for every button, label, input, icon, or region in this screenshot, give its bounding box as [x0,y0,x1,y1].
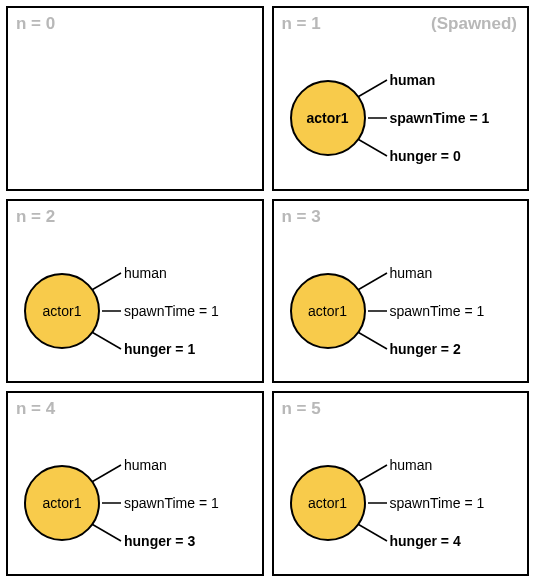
actor-prop-spawntime: spawnTime = 1 [124,495,219,511]
actor-diagram: actor1 human spawnTime = 1 hunger = 2 [284,245,524,375]
panel-2: n = 2 actor1 human spawnTime = 1 hunger … [6,199,264,384]
actor-diagram: actor1 human spawnTime = 1 hunger = 3 [18,437,258,567]
actor-prop-hunger: hunger = 1 [124,341,195,357]
svg-line-12 [356,465,387,483]
actor-prop-spawntime: spawnTime = 1 [390,495,485,511]
svg-line-6 [356,273,387,291]
actor-diagram: actor1 human spawnTime = 1 hunger = 0 [284,52,524,182]
actor-name: actor1 [306,110,348,126]
panel-3: n = 3 actor1 human spawnTime = 1 hunger … [272,199,530,384]
actor-diagram: actor1 human spawnTime = 1 hunger = 1 [18,245,258,375]
svg-line-8 [356,331,387,349]
actor-prop-hunger: hunger = 2 [390,341,461,357]
actor-diagram: actor1 human spawnTime = 1 hunger = 4 [284,437,524,567]
panel-0: n = 0 [6,6,264,191]
svg-line-5 [90,331,121,349]
actor-prop-type: human [124,457,167,473]
diagram-grid: n = 0 n = 1 (Spawned) actor1 human spawn… [0,0,535,582]
svg-line-0 [356,80,387,98]
panel-5: n = 5 actor1 human spawnTime = 1 hunger … [272,391,530,576]
svg-line-3 [90,273,121,291]
actor-prop-type: human [390,457,433,473]
actor-name: actor1 [43,303,82,319]
actor-prop-hunger: hunger = 3 [124,533,195,549]
svg-line-9 [90,465,121,483]
actor-prop-type: human [124,265,167,281]
actor-name: actor1 [43,495,82,511]
actor-prop-spawntime: spawnTime = 1 [390,110,490,126]
step-label: n = 1 [282,14,321,34]
actor-name: actor1 [308,303,347,319]
step-label: n = 3 [282,207,321,227]
svg-line-11 [90,523,121,541]
actor-prop-type: human [390,72,436,88]
spawned-note: (Spawned) [431,14,517,34]
actor-prop-spawntime: spawnTime = 1 [124,303,219,319]
svg-line-2 [356,138,387,156]
actor-prop-hunger: hunger = 4 [390,533,461,549]
step-label: n = 0 [16,14,55,34]
actor-circle: actor1 [290,465,366,541]
actor-name: actor1 [308,495,347,511]
step-label: n = 5 [282,399,321,419]
actor-prop-spawntime: spawnTime = 1 [390,303,485,319]
svg-line-14 [356,523,387,541]
actor-circle: actor1 [24,465,100,541]
actor-circle: actor1 [290,80,366,156]
step-label: n = 4 [16,399,55,419]
step-label: n = 2 [16,207,55,227]
actor-prop-hunger: hunger = 0 [390,148,461,164]
actor-circle: actor1 [24,273,100,349]
actor-circle: actor1 [290,273,366,349]
panel-1: n = 1 (Spawned) actor1 human spawnTime =… [272,6,530,191]
actor-prop-type: human [390,265,433,281]
panel-4: n = 4 actor1 human spawnTime = 1 hunger … [6,391,264,576]
